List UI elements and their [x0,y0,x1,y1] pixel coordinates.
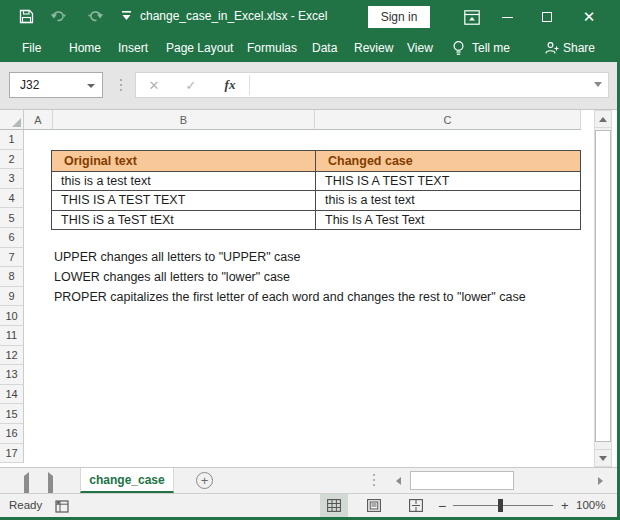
undo-icon[interactable] [50,9,68,23]
name-box-value: J32 [20,78,39,92]
customize-quick-access-toolbar-icon[interactable] [122,11,131,21]
vertical-scrollbar[interactable] [594,110,612,467]
row-headers: 1 2 3 4 5 6 7 8 9 10 11 12 13 14 15 16 1… [0,130,24,467]
expand-formula-bar-icon[interactable] [594,82,602,87]
zoom-in-icon[interactable]: + [561,498,569,513]
tab-view[interactable]: View [407,34,433,62]
table-cell[interactable]: this is a test text [316,191,580,210]
row-header[interactable]: 3 [0,169,24,189]
sign-in-button[interactable]: Sign in [368,6,430,28]
explanation-notes: UPPER changes all letters to "UPPER" cas… [54,248,526,307]
ribbon-display-options-icon[interactable] [455,0,489,34]
table-row: THIS IS A TEST TEXT this is a test text [52,190,580,210]
table-cell[interactable]: THIS IS A TEST TEXT [52,191,316,210]
zoom-slider-track[interactable] [453,505,553,506]
note-lower[interactable]: LOWER changes all letters to "lower" cas… [54,267,526,287]
formula-bar: ✕ ✓ fx [135,72,609,98]
row-header[interactable]: 9 [0,287,24,307]
row-header[interactable]: 6 [0,228,24,248]
sheet-tab-bar: change_case + [0,467,617,493]
macro-record-icon[interactable] [55,499,70,517]
tab-formulas[interactable]: Formulas [247,34,297,62]
row-header[interactable]: 14 [0,385,24,405]
new-sheet-button[interactable]: + [196,472,213,489]
tab-page-layout[interactable]: Page Layout [166,34,233,62]
maximize-button[interactable] [530,0,564,34]
table-cell[interactable]: THIS IS A TEST TEXT [316,172,580,191]
tab-file[interactable]: File [22,34,41,62]
row-header[interactable]: 10 [0,306,24,326]
row-header[interactable]: 4 [0,189,24,209]
row-header[interactable]: 11 [0,326,24,346]
excel-window: change_case_in_Excel.xlsx - Excel Sign i… [0,0,620,520]
share-person-icon [545,34,559,62]
table-cell[interactable]: this is a test text [52,172,316,191]
tab-review[interactable]: Review [354,34,393,62]
zoom-out-icon[interactable]: − [438,498,446,514]
row-header[interactable]: 12 [0,346,24,366]
row-header[interactable]: 5 [0,208,24,228]
scroll-down-icon[interactable] [595,449,611,466]
case-table: Original text Changed case this is a tes… [51,150,581,230]
scroll-left-icon[interactable] [390,471,407,491]
row-header[interactable]: 16 [0,424,24,444]
close-button[interactable]: ✕ [572,0,606,34]
save-icon[interactable] [19,9,34,24]
previous-sheet-icon[interactable] [24,476,29,494]
row-header[interactable]: 1 [0,130,24,150]
note-upper[interactable]: UPPER changes all letters to "UPPER" cas… [54,248,526,268]
tab-home[interactable]: Home [69,34,101,62]
enter-icon[interactable]: ✓ [181,73,201,97]
insert-function-icon[interactable]: fx [220,73,240,97]
tab-scrollbar-separator [373,474,375,486]
formula-divider [249,75,250,95]
table-header-changed-case[interactable]: Changed case [316,151,580,171]
table-row: this is a test text THIS IS A TEST TEXT [52,171,580,191]
vertical-scrollbar-thumb[interactable] [595,130,611,442]
tab-data[interactable]: Data [312,34,337,62]
tab-tell-me[interactable]: Tell me [472,34,510,62]
column-header-a[interactable]: A [24,110,53,130]
row-header[interactable]: 8 [0,267,24,287]
page-break-preview-button[interactable] [402,494,430,517]
page-layout-view-button[interactable] [360,494,388,517]
column-header-c[interactable]: C [315,110,581,130]
lightbulb-icon [452,34,465,62]
row-header[interactable]: 7 [0,248,24,268]
name-box[interactable]: J32 [9,72,103,98]
tab-share[interactable]: Share [563,34,595,62]
next-sheet-icon[interactable] [48,476,53,494]
row-header[interactable]: 13 [0,365,24,385]
row-header[interactable]: 15 [0,404,24,424]
table-header-original-text[interactable]: Original text [52,151,316,171]
normal-view-button[interactable] [320,494,348,517]
window-title: change_case_in_Excel.xlsx - Excel [140,9,327,23]
select-all-corner[interactable] [0,110,24,130]
horizontal-scrollbar-thumb[interactable] [410,471,514,490]
sheet-tab-change-case[interactable]: change_case [80,468,174,493]
table-row: THIS iS a TeST tEXt This Is A Test Text [52,210,580,230]
redo-icon[interactable] [86,9,104,23]
formula-bar-separator [119,74,123,96]
status-ready-label: Ready [9,499,42,511]
scroll-up-icon[interactable] [595,111,611,128]
tab-insert[interactable]: Insert [118,34,148,62]
note-proper[interactable]: PROPER capitalizes the first letter of e… [54,287,526,307]
zoom-level[interactable]: 100% [576,499,605,511]
title-bar: change_case_in_Excel.xlsx - Excel Sign i… [0,0,617,34]
formula-bar-row: J32 ✕ ✓ fx [0,62,617,110]
row-header[interactable]: 17 [0,444,24,464]
row-header[interactable]: 2 [0,150,24,170]
worksheet-area: A B C 1 2 3 4 5 6 7 8 9 10 11 12 13 14 1… [0,110,617,467]
table-cell[interactable]: This Is A Test Text [316,211,580,230]
ribbon-tab-row: File Home Insert Page Layout Formulas Da… [0,34,617,62]
status-bar: Ready − + 100% [0,493,617,517]
name-box-dropdown-icon[interactable] [87,84,95,88]
scroll-right-icon[interactable] [592,471,609,491]
formula-input[interactable] [256,73,620,97]
column-header-b[interactable]: B [53,110,315,130]
zoom-slider-thumb[interactable] [498,499,503,512]
minimize-button[interactable] [490,0,524,34]
cancel-icon[interactable]: ✕ [144,73,164,97]
table-cell[interactable]: THIS iS a TeST tEXt [52,211,316,230]
